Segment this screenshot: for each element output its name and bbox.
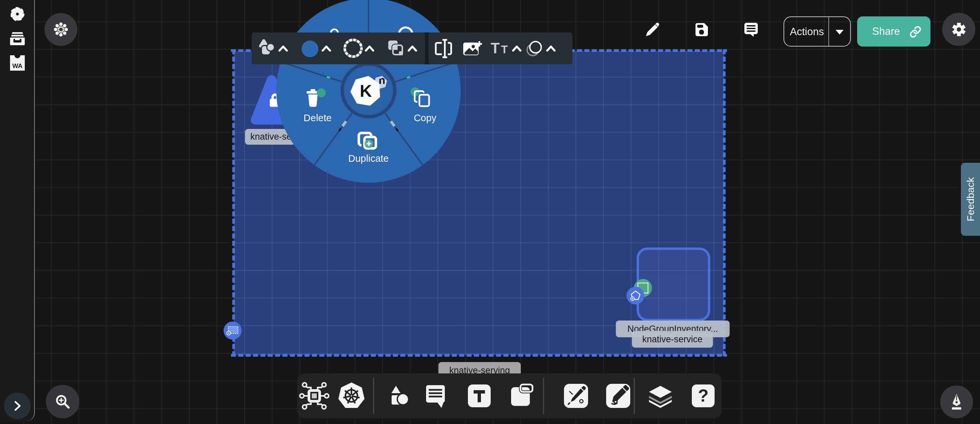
svg-text:Duplicate: Duplicate — [348, 153, 389, 164]
svg-text:K: K — [360, 82, 372, 100]
svg-text:T: T — [501, 43, 508, 56]
svg-text:Copy: Copy — [414, 113, 436, 123]
svg-text:?: ? — [698, 386, 708, 405]
svg-text:T: T — [491, 40, 500, 56]
svg-text:Delete: Delete — [304, 113, 332, 123]
svg-text:WA: WA — [13, 62, 23, 69]
